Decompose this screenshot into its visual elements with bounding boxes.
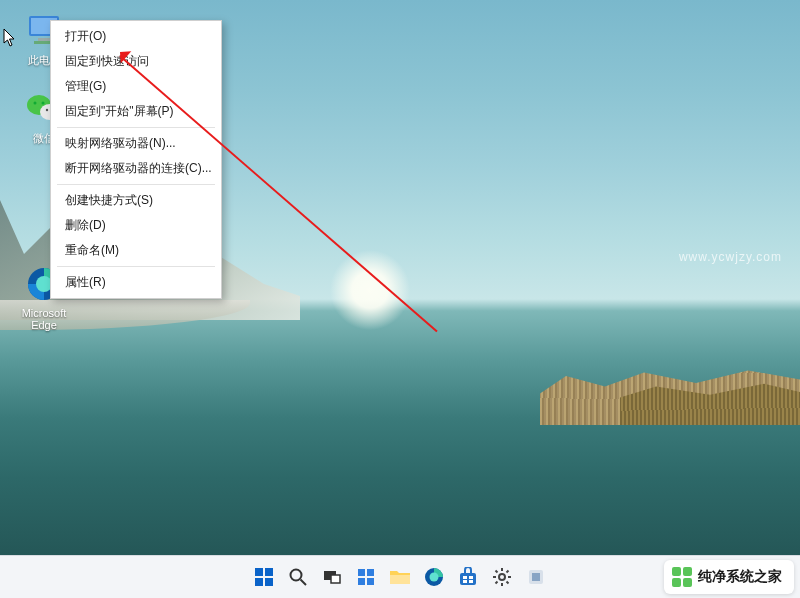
settings-button[interactable] bbox=[489, 564, 515, 590]
svg-rect-23 bbox=[367, 578, 374, 585]
svg-rect-13 bbox=[265, 568, 273, 576]
taskview-icon bbox=[322, 567, 342, 587]
svg-rect-12 bbox=[255, 568, 263, 576]
svg-rect-21 bbox=[367, 569, 374, 576]
svg-line-39 bbox=[496, 582, 498, 584]
svg-rect-31 bbox=[469, 580, 473, 583]
svg-point-32 bbox=[499, 574, 505, 580]
edge-icon bbox=[424, 567, 444, 587]
desktop-icon-label: Microsoft Edge bbox=[12, 307, 76, 331]
brand-text: 纯净系统之家 bbox=[698, 568, 782, 586]
svg-point-6 bbox=[34, 102, 37, 105]
app-icon bbox=[526, 567, 546, 587]
svg-line-38 bbox=[507, 582, 509, 584]
desktop[interactable]: 此电脑 微信 Microsoft Edge 打开(O) 固定到快速访问 管理(G… bbox=[0, 0, 800, 598]
taskview-button[interactable] bbox=[319, 564, 345, 590]
svg-point-7 bbox=[42, 102, 45, 105]
ctx-manage[interactable]: 管理(G) bbox=[51, 74, 221, 99]
app-button[interactable] bbox=[523, 564, 549, 590]
start-button[interactable] bbox=[251, 564, 277, 590]
file-explorer-button[interactable] bbox=[387, 564, 413, 590]
svg-rect-30 bbox=[463, 580, 467, 583]
svg-line-17 bbox=[301, 580, 307, 586]
svg-line-37 bbox=[496, 571, 498, 573]
svg-rect-28 bbox=[463, 576, 467, 579]
svg-line-40 bbox=[507, 571, 509, 573]
search-button[interactable] bbox=[285, 564, 311, 590]
watermark-url: www.ycwjzy.com bbox=[679, 250, 782, 264]
brand-logo-icon bbox=[672, 567, 692, 587]
context-menu: 打开(O) 固定到快速访问 管理(G) 固定到"开始"屏幕(P) 映射网络驱动器… bbox=[50, 20, 222, 299]
svg-rect-22 bbox=[358, 578, 365, 585]
ctx-open[interactable]: 打开(O) bbox=[51, 24, 221, 49]
settings-icon bbox=[492, 567, 512, 587]
store-button[interactable] bbox=[455, 564, 481, 590]
ctx-create-shortcut[interactable]: 创建快捷方式(S) bbox=[51, 188, 221, 213]
svg-rect-24 bbox=[390, 575, 410, 584]
widgets-button[interactable] bbox=[353, 564, 379, 590]
ctx-separator bbox=[57, 184, 215, 185]
svg-rect-20 bbox=[358, 569, 365, 576]
svg-rect-2 bbox=[38, 38, 50, 41]
file-explorer-icon bbox=[389, 567, 411, 587]
svg-rect-27 bbox=[460, 573, 476, 585]
svg-rect-19 bbox=[331, 575, 340, 583]
ctx-delete[interactable]: 删除(D) bbox=[51, 213, 221, 238]
svg-rect-14 bbox=[255, 578, 263, 586]
svg-rect-29 bbox=[469, 576, 473, 579]
ctx-separator bbox=[57, 127, 215, 128]
start-icon bbox=[254, 567, 274, 587]
ctx-separator bbox=[57, 266, 215, 267]
svg-point-16 bbox=[291, 570, 302, 581]
store-icon bbox=[458, 567, 478, 587]
ctx-map-net-drive[interactable]: 映射网络驱动器(N)... bbox=[51, 131, 221, 156]
edge-button[interactable] bbox=[421, 564, 447, 590]
svg-rect-15 bbox=[265, 578, 273, 586]
ctx-disconnect-net-drive[interactable]: 断开网络驱动器的连接(C)... bbox=[51, 156, 221, 181]
svg-point-26 bbox=[430, 573, 439, 582]
widgets-icon bbox=[356, 567, 376, 587]
brand-badge: 纯净系统之家 bbox=[664, 560, 794, 594]
search-icon bbox=[288, 567, 308, 587]
ctx-properties[interactable]: 属性(R) bbox=[51, 270, 221, 295]
svg-point-8 bbox=[46, 109, 48, 111]
ctx-rename[interactable]: 重命名(M) bbox=[51, 238, 221, 263]
svg-rect-42 bbox=[532, 573, 540, 581]
